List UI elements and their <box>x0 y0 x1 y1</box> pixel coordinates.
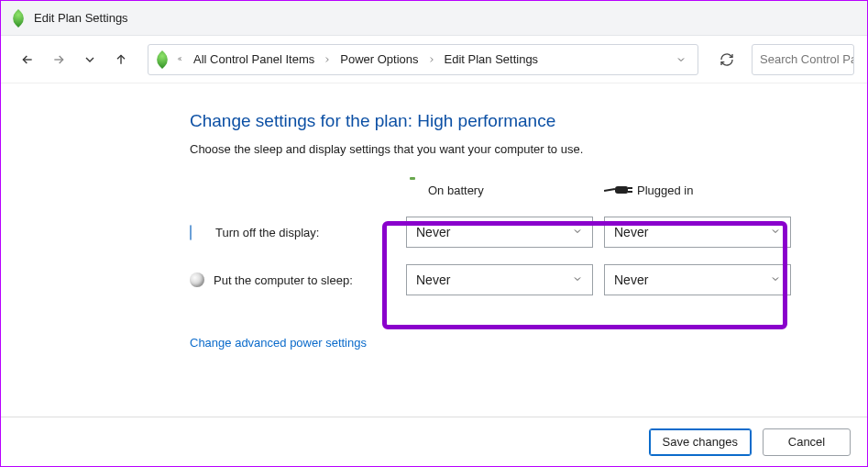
display-off-plugged-value: Never <box>614 225 648 239</box>
battery-icon <box>406 180 419 200</box>
chevron-down-icon <box>770 225 781 239</box>
sleep-battery-value: Never <box>416 272 450 287</box>
title-bar: Edit Plan Settings <box>1 1 867 36</box>
column-header-battery-label: On battery <box>428 183 484 197</box>
address-bar[interactable]: All Control Panel Items Power Options Ed… <box>148 44 698 75</box>
chevron-right-icon <box>321 55 334 64</box>
nav-bar: All Control Panel Items Power Options Ed… <box>1 36 867 83</box>
row-label-sleep: Put the computer to sleep: <box>190 272 395 287</box>
plug-icon <box>604 183 628 196</box>
cancel-button-label: Cancel <box>788 435 825 449</box>
display-off-battery-select[interactable]: Never <box>406 217 593 248</box>
sleep-plugged-value: Never <box>614 272 648 287</box>
display-off-battery-value: Never <box>416 225 450 239</box>
chevron-right-icon <box>425 55 438 64</box>
chevron-down-icon <box>770 272 781 287</box>
moon-icon <box>190 272 204 287</box>
recent-locations-button[interactable] <box>76 46 104 73</box>
breadcrumb-item-2[interactable]: Edit Plan Settings <box>442 50 542 69</box>
row-label-display: Turn off the display: <box>190 226 395 239</box>
search-placeholder: Search Control Panel <box>760 52 854 66</box>
chevron-left-icon[interactable] <box>174 55 187 64</box>
cancel-button[interactable]: Cancel <box>763 428 851 456</box>
content-area: Change settings for the plan: High perfo… <box>1 83 867 350</box>
up-button[interactable] <box>107 46 135 73</box>
refresh-button[interactable] <box>711 44 742 75</box>
sleep-battery-select[interactable]: Never <box>406 264 593 295</box>
settings-grid: On battery Plugged in Turn off the displ… <box>190 180 830 295</box>
column-header-plugged: Plugged in <box>604 183 791 197</box>
row-label-sleep-text: Put the computer to sleep: <box>214 273 353 287</box>
column-header-battery: On battery <box>406 180 593 200</box>
app-leaf-icon <box>10 10 27 27</box>
search-input[interactable]: Search Control Panel <box>752 44 854 75</box>
row-label-display-text: Turn off the display: <box>215 226 319 239</box>
sleep-plugged-select[interactable]: Never <box>604 264 791 295</box>
page-title: Change settings for the plan: High perfo… <box>190 111 830 131</box>
window-title: Edit Plan Settings <box>34 11 128 25</box>
advanced-power-settings-link[interactable]: Change advanced power settings <box>190 336 830 350</box>
address-leaf-icon <box>154 51 170 68</box>
footer: Save changes Cancel <box>1 417 867 466</box>
breadcrumb-item-0[interactable]: All Control Panel Items <box>191 50 317 69</box>
forward-button[interactable] <box>45 46 72 73</box>
display-off-plugged-select[interactable]: Never <box>604 217 791 248</box>
chevron-down-icon <box>572 272 583 287</box>
save-button[interactable]: Save changes <box>649 428 752 456</box>
save-button-label: Save changes <box>663 435 738 449</box>
monitor-icon <box>190 226 206 239</box>
back-button[interactable] <box>14 46 41 73</box>
address-dropdown-button[interactable] <box>670 54 692 65</box>
page-subtitle: Choose the sleep and display settings th… <box>190 142 830 156</box>
breadcrumb-item-1[interactable]: Power Options <box>337 50 421 69</box>
chevron-down-icon <box>572 225 583 239</box>
column-header-plugged-label: Plugged in <box>637 183 693 197</box>
